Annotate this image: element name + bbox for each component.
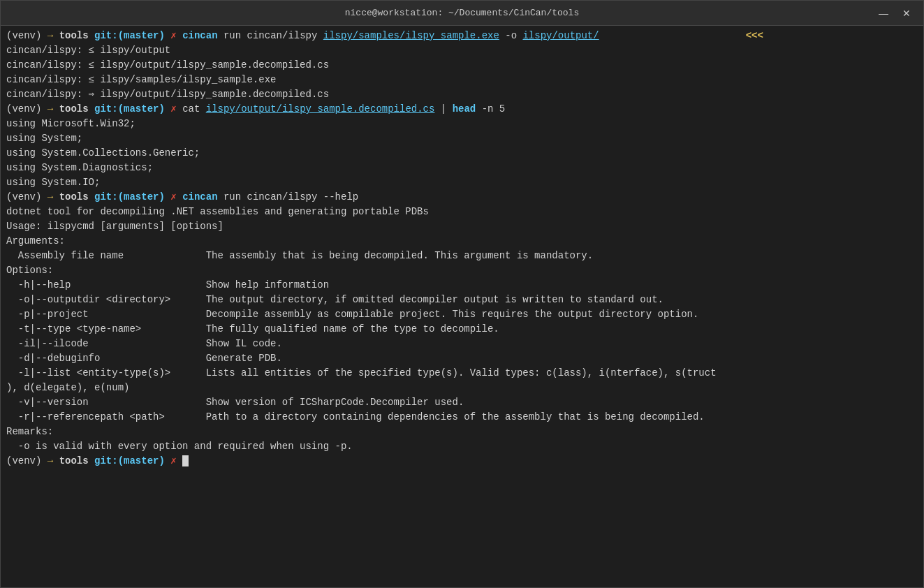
terminal-line: (venv) → tools git:(master) ✗ cat ilspy/… [6,102,918,117]
terminal-line: cincan/ilspy: ≤ ilspy/samples/ilspy_samp… [6,73,918,87]
terminal-line: -h|--help Show help information [6,278,918,293]
terminal-line: cincan/ilspy: ⇒ ilspy/output/ilspy_sampl… [6,87,918,102]
terminal-line: ), d(elegate), e(num) [6,381,918,395]
terminal-line: Arguments: [6,234,918,249]
terminal-line: using System; [6,131,918,146]
terminal-line: Usage: ilspycmd [arguments] [options] [6,219,918,234]
terminal-line: -o is valid with every option and requir… [6,439,918,454]
close-button[interactable]: ✕ [898,7,915,20]
titlebar: nicce@workstation: ~/Documents/CinCan/to… [1,1,923,26]
window-title: nicce@workstation: ~/Documents/CinCan/to… [345,8,579,18]
terminal-line: using System.Diagnostics; [6,161,918,175]
terminal-line: cincan/ilspy: ≤ ilspy/output/ilspy_sampl… [6,58,918,73]
terminal-line: Options: [6,263,918,278]
terminal-line: Remarks: [6,425,918,439]
terminal-line: -l|--list <entity-type(s)> Lists all ent… [6,366,918,381]
terminal-line: -t|--type <type-name> The fully qualifie… [6,322,918,337]
terminal-line: Assembly file name The assembly that is … [6,249,918,263]
terminal-line: cincan/ilspy: ≤ ilspy/output [6,43,918,58]
terminal-window: nicce@workstation: ~/Documents/CinCan/to… [0,0,924,588]
terminal-line: -d|--debuginfo Generate PDB. [6,351,918,366]
terminal-line: using System.IO; [6,175,918,190]
terminal-line: -o|--outputdir <directory> The output di… [6,293,918,307]
terminal-line: dotnet tool for decompiling .NET assembl… [6,205,918,219]
terminal-line: -v|--version Show version of ICSharpCode… [6,395,918,410]
terminal-line: (venv) → tools git:(master) ✗ cincan run… [6,29,918,43]
terminal-line: -r|--referencepath <path> Path to a dire… [6,410,918,425]
window-controls: — ✕ [874,7,915,20]
terminal-line: -il|--ilcode Show IL code. [6,337,918,351]
terminal-line: (venv) → tools git:(master) ✗ [6,454,918,469]
terminal-body[interactable]: (venv) → tools git:(master) ✗ cincan run… [1,26,923,587]
terminal-line: -p|--project Decompile assembly as compi… [6,307,918,322]
terminal-line: using System.Collections.Generic; [6,146,918,161]
terminal-line: (venv) → tools git:(master) ✗ cincan run… [6,190,918,205]
terminal-line: using Microsoft.Win32; [6,117,918,131]
cursor [182,455,189,466]
minimize-button[interactable]: — [874,7,893,20]
